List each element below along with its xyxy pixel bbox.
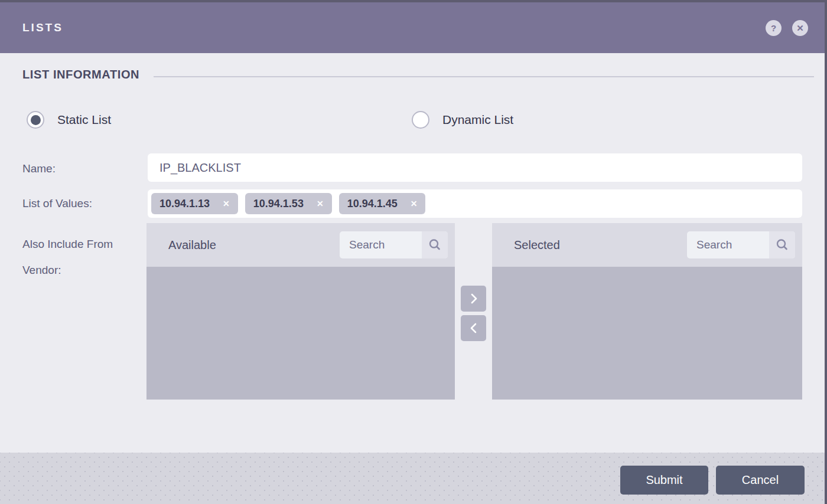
selected-search-input[interactable] (687, 231, 769, 258)
radio-button-selected-icon[interactable] (27, 111, 44, 129)
close-icon[interactable]: ✕ (792, 20, 808, 36)
list-of-values-field[interactable]: 10.94.1.13 ✕ 10.94.1.53 ✕ 10.94.1.45 ✕ (148, 189, 802, 218)
radio-dynamic-list[interactable]: Dynamic List (412, 111, 513, 129)
search-icon[interactable] (422, 231, 448, 258)
value-chip: 10.94.1.53 ✕ (245, 193, 332, 214)
radio-dynamic-list-label: Dynamic List (442, 113, 513, 127)
section-title: LIST INFORMATION (22, 68, 139, 81)
selected-list-body[interactable] (492, 267, 802, 400)
radio-button-unselected-icon[interactable] (412, 111, 429, 129)
dialog-title: LISTS (22, 21, 63, 34)
chip-remove-icon[interactable]: ✕ (317, 199, 324, 208)
help-icon[interactable]: ? (766, 20, 782, 36)
chevron-left-icon (467, 322, 480, 335)
vendor-label-line2: Vendor: (22, 257, 113, 283)
dialog-titlebar: LISTS ? ✕ (0, 2, 825, 53)
dialog-footer: Submit Cancel (0, 453, 825, 504)
selected-search-box[interactable] (687, 231, 795, 258)
list-of-values-label: List of Values: (22, 197, 92, 210)
cancel-button[interactable]: Cancel (716, 466, 805, 495)
lists-dialog: LISTS ? ✕ LIST INFORMATION Static List D… (0, 0, 827, 504)
vendor-label-line1: Also Include From (22, 231, 113, 257)
radio-static-list[interactable]: Static List (27, 111, 111, 129)
available-panel-header: Available (146, 223, 455, 267)
chevron-right-icon (467, 292, 480, 305)
selected-panel: Selected (492, 223, 802, 400)
selected-panel-title: Selected (514, 238, 560, 252)
value-chip-label: 10.94.1.45 (347, 198, 398, 210)
section-divider (154, 76, 814, 77)
chip-remove-icon[interactable]: ✕ (411, 199, 418, 208)
move-left-button[interactable] (461, 315, 486, 341)
submit-button[interactable]: Submit (620, 466, 708, 495)
available-search-input[interactable] (340, 231, 422, 258)
move-right-button[interactable] (461, 286, 486, 312)
radio-static-list-label: Static List (57, 113, 111, 127)
titlebar-icons: ? ✕ (766, 2, 808, 53)
selected-panel-header: Selected (492, 223, 802, 267)
value-chip: 10.94.1.45 ✕ (339, 193, 426, 214)
available-panel-title: Available (168, 238, 216, 252)
available-list-body[interactable] (146, 267, 455, 400)
value-chip-label: 10.94.1.13 (159, 198, 210, 210)
value-chip: 10.94.1.13 ✕ (151, 193, 238, 214)
name-label: Name: (22, 162, 56, 175)
name-input[interactable] (148, 153, 802, 182)
also-include-from-vendor-label: Also Include From Vendor: (22, 231, 113, 283)
available-search-box[interactable] (340, 231, 448, 258)
chip-remove-icon[interactable]: ✕ (223, 199, 230, 208)
available-panel: Available (146, 223, 455, 400)
search-icon[interactable] (769, 231, 795, 258)
value-chip-label: 10.94.1.53 (253, 198, 304, 210)
